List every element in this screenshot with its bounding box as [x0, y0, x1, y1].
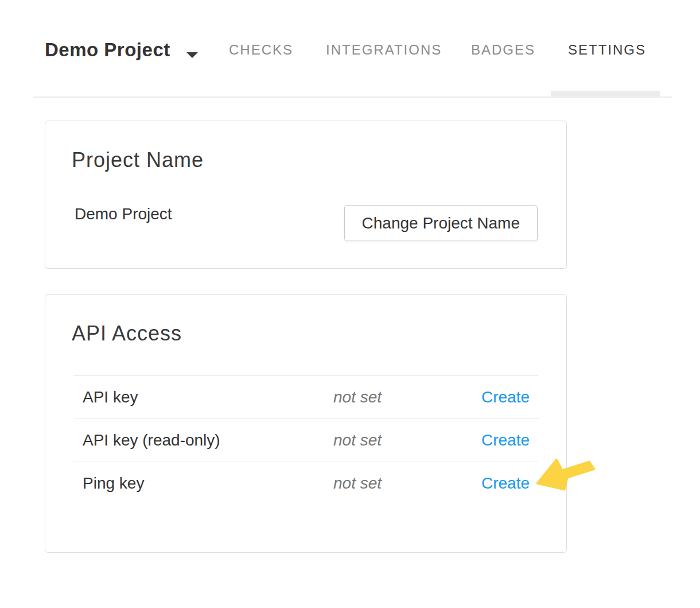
- table-row-api-key-readonly: API key (read-only) not set Create: [73, 419, 539, 462]
- api-keys-table: API key not set Create API key (read-onl…: [73, 375, 539, 505]
- project-name-card-title: Project Name: [72, 150, 204, 171]
- header-divider: [33, 96, 672, 98]
- ping-key-label: Ping key: [83, 474, 333, 493]
- api-key-readonly-value: not set: [333, 431, 481, 450]
- table-row-ping-key: Ping key not set Create: [73, 462, 539, 505]
- current-project-name: Demo Project: [75, 206, 172, 223]
- table-row-api-key: API key not set Create: [73, 375, 539, 419]
- project-switcher[interactable]: Demo Project: [45, 40, 170, 59]
- nav-tab-checks[interactable]: CHECKS: [229, 43, 293, 57]
- caret-down-icon[interactable]: [186, 52, 198, 58]
- project-settings-page: Demo Project CHECKS INTEGRATIONS BADGES …: [0, 0, 700, 608]
- nav-tab-integrations[interactable]: INTEGRATIONS: [326, 43, 442, 57]
- api-access-card: API Access API key not set Create API ke…: [45, 294, 567, 553]
- nav-tab-settings[interactable]: SETTINGS: [568, 43, 646, 57]
- change-project-name-button[interactable]: Change Project Name: [344, 205, 538, 241]
- api-key-readonly-create-link[interactable]: Create: [481, 431, 530, 450]
- nav-tab-badges[interactable]: BADGES: [471, 43, 535, 57]
- api-key-create-link[interactable]: Create: [481, 388, 530, 406]
- ping-key-create-link[interactable]: Create: [481, 474, 530, 493]
- api-key-readonly-label: API key (read-only): [83, 431, 333, 450]
- api-key-value: not set: [333, 388, 481, 406]
- api-key-label: API key: [83, 388, 333, 406]
- api-access-card-title: API Access: [72, 323, 182, 344]
- ping-key-value: not set: [333, 474, 481, 493]
- project-name-card: Project Name Demo Project Change Project…: [45, 121, 567, 269]
